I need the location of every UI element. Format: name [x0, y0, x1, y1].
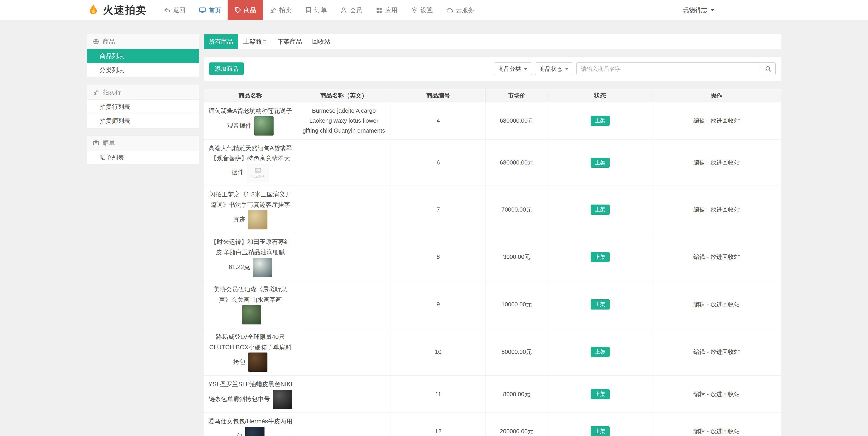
caret-down-icon	[524, 68, 528, 70]
recycle-link[interactable]: 放进回收站	[710, 254, 740, 260]
recycle-link[interactable]: 放进回收站	[710, 428, 740, 435]
product-thumbnail[interactable]	[253, 258, 272, 277]
recycle-link[interactable]: 放进回收站	[710, 348, 740, 355]
account-menu[interactable]: 玩物得志	[683, 6, 714, 14]
search-icon	[765, 65, 772, 72]
market-price-cell: 200000.00元	[486, 413, 548, 436]
review-group-icon	[93, 140, 99, 146]
column-header-4: 状态	[548, 89, 652, 102]
recycle-link[interactable]: 放进回收站	[710, 159, 740, 166]
nav-item-cloud[interactable]: 云服务	[439, 0, 481, 20]
tab-on-sale[interactable]: 上架商品	[238, 34, 273, 49]
product-name-en-cell	[297, 328, 391, 376]
action-separator: -	[705, 301, 710, 308]
sidebar-group-header-auction-house: 拍卖行	[87, 85, 199, 100]
status-badge[interactable]: 上架	[591, 426, 610, 436]
column-header-5: 操作	[652, 89, 781, 102]
brand-logo[interactable]: 火速拍卖	[87, 3, 147, 17]
action-separator: -	[705, 159, 710, 166]
status-badge[interactable]: 上架	[591, 347, 610, 357]
main-content: 所有商品上架商品下架商品回收站 添加商品 商品分类商品状态	[204, 34, 781, 436]
edit-link[interactable]: 编辑	[693, 348, 705, 355]
order-icon	[305, 7, 312, 13]
actions-cell: 编辑 - 放进回收站	[652, 233, 781, 281]
sidebar-group-title: 拍卖行	[103, 88, 121, 96]
sidebar-item-review-list[interactable]: 晒单列表	[87, 150, 199, 164]
table-row: 【时来运转】和田玉原石枣红皮 羊脂白玉精品油润细腻 61.22克83000.00…	[204, 233, 781, 281]
actions-cell: 编辑 - 放进回收站	[652, 186, 781, 233]
table-row: 美协会员伍泊森《晨曦听泉声》玄关画 山水画字画910000.00元上架编辑 - …	[204, 280, 781, 328]
product-id-cell: 7	[391, 186, 486, 233]
nav-item-auction[interactable]: 拍卖	[263, 0, 298, 20]
market-price-cell: 8000.00元	[486, 376, 548, 413]
tab-off-sale[interactable]: 下架商品	[273, 34, 307, 49]
status-badge[interactable]: 上架	[591, 299, 610, 309]
table-row: 路易威登LV全球限量40只CLUTCH BOX小硬箱子单肩斜挎包1080000.…	[204, 328, 781, 376]
nav-item-home[interactable]: 首页	[192, 0, 227, 20]
column-header-3: 市场价	[486, 89, 548, 102]
recycle-link[interactable]: 放进回收站	[710, 301, 740, 308]
product-name: 美协会员伍泊森《晨曦听泉声》玄关画 山水画字画	[214, 286, 287, 303]
filter-buttons: 商品分类商品状态	[494, 62, 573, 75]
status-badge[interactable]: 上架	[591, 252, 610, 262]
product-id-cell: 6	[391, 139, 486, 186]
status-badge[interactable]: 上架	[591, 115, 610, 126]
nav-item-back[interactable]: 返回	[157, 0, 192, 20]
edit-link[interactable]: 编辑	[693, 254, 705, 260]
product-thumbnail[interactable]	[248, 210, 268, 229]
nav-item-goods[interactable]: 商品	[227, 0, 263, 20]
actions-cell: 编辑 - 放进回收站	[652, 413, 781, 436]
edit-link[interactable]: 编辑	[693, 391, 705, 398]
toolbar: 添加商品 商品分类商品状态	[204, 56, 781, 81]
search-button[interactable]	[761, 62, 776, 75]
edit-link[interactable]: 编辑	[693, 301, 705, 308]
sidebar-group-header-review: 晒单	[87, 136, 199, 150]
product-name-cell: 爱马仕女包包/Hermès牛皮两用包	[204, 413, 297, 436]
sidebar-item-goods-list[interactable]: 商品列表	[87, 49, 199, 63]
recycle-link[interactable]: 放进回收站	[710, 117, 740, 124]
actions-cell: 编辑 - 放进回收站	[652, 139, 781, 186]
category-filter-dropdown[interactable]: 商品分类	[494, 62, 532, 75]
nav-item-order[interactable]: 订单	[298, 0, 334, 20]
nav-item-app[interactable]: 应用	[369, 0, 404, 20]
product-thumbnail[interactable]	[242, 305, 261, 325]
sidebar-item-auction-house-list[interactable]: 拍卖行列表	[87, 100, 199, 113]
sidebar-item-auctioneer-list[interactable]: 拍卖师列表	[87, 113, 199, 128]
status-cell: 上架	[548, 233, 652, 281]
actions-cell: 编辑 - 放进回收站	[652, 280, 781, 328]
recycle-link[interactable]: 放进回收站	[710, 206, 740, 213]
table-row: 高端大气精雕天然缅甸A货翡翠【观音菩萨】特色寓意翡翠大摆件暂无图片6680000…	[204, 139, 781, 186]
no-image-label: 暂无图片	[251, 174, 265, 178]
add-product-button[interactable]: 添加商品	[209, 62, 244, 75]
status-filter-dropdown[interactable]: 商品状态	[535, 62, 573, 75]
product-thumbnail[interactable]	[273, 390, 292, 409]
nav-item-member[interactable]: 会员	[334, 0, 369, 20]
tab-all[interactable]: 所有商品	[204, 34, 238, 49]
search-input[interactable]	[576, 62, 761, 75]
product-tabs: 所有商品上架商品下架商品回收站	[204, 34, 781, 49]
edit-link[interactable]: 编辑	[693, 159, 705, 166]
product-thumbnail[interactable]	[254, 116, 274, 136]
status-cell: 上架	[548, 139, 652, 186]
product-table-panel: 商品名称商品名称（英文）商品编号市场价状态操作 缅甸翡翠A货老坑糯种莲花送子观音…	[204, 89, 781, 436]
edit-link[interactable]: 编辑	[693, 117, 705, 124]
filter-label: 商品状态	[539, 65, 562, 73]
edit-link[interactable]: 编辑	[693, 206, 705, 213]
action-separator: -	[705, 348, 710, 355]
caret-down-icon	[710, 9, 714, 11]
product-name-en-cell: Burmese jadeite A cargo Laokeng waxy lot…	[297, 102, 391, 140]
product-thumbnail[interactable]	[245, 427, 265, 436]
status-badge[interactable]: 上架	[591, 158, 610, 168]
status-badge[interactable]: 上架	[591, 205, 610, 215]
sidebar-item-category-list[interactable]: 分类列表	[87, 63, 199, 77]
product-name-cell: 闪拍王梦之《1.8米三国演义开篇词》书法手写真迹客厅挂字真迹	[204, 186, 297, 233]
status-badge[interactable]: 上架	[591, 389, 610, 399]
recycle-link[interactable]: 放进回收站	[710, 391, 740, 398]
nav-item-settings[interactable]: 设置	[404, 0, 439, 20]
product-thumbnail[interactable]	[248, 353, 268, 372]
sidebar-group-goods: 商品商品列表分类列表	[87, 34, 199, 77]
edit-link[interactable]: 编辑	[693, 428, 705, 435]
nav-item-label: 拍卖	[279, 6, 291, 14]
tab-recycle-bin[interactable]: 回收站	[307, 34, 335, 49]
nav-item-label: 设置	[421, 6, 433, 14]
